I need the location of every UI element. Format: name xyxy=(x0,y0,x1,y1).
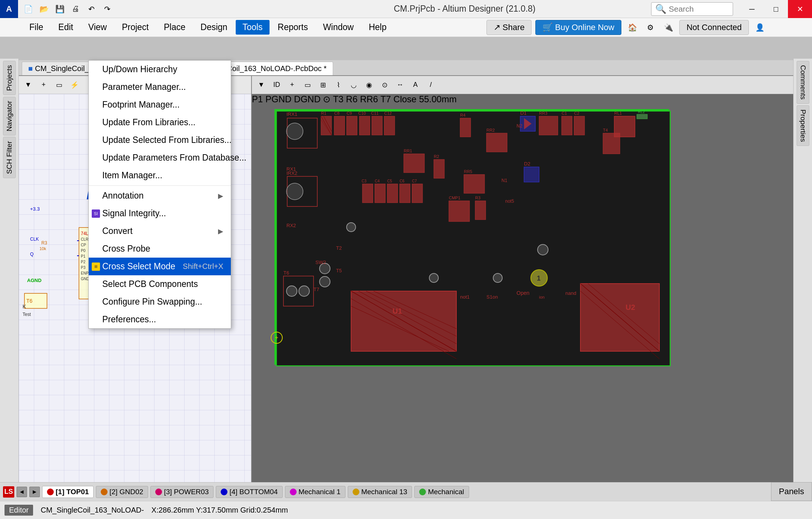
pcb-canvas[interactable]: IRX1 R1 C8 C9 xyxy=(252,94,793,482)
menu-item-footprint-mgr[interactable]: Footprint Manager... xyxy=(89,96,231,114)
pcb-id-btn[interactable]: ID xyxy=(270,78,284,92)
svg-point-79 xyxy=(286,123,303,140)
svg-text:C7: C7 xyxy=(412,179,417,183)
menu-separator-1 xyxy=(89,185,231,186)
home-icon[interactable]: 🏠 xyxy=(625,20,639,35)
panels-button[interactable]: Panels xyxy=(771,482,812,501)
menu-item-update-params[interactable]: Update Parameters From Database... xyxy=(89,149,231,167)
panel-properties[interactable]: Properties xyxy=(797,105,809,146)
menu-project[interactable]: Project xyxy=(115,20,156,35)
menu-item-preferences[interactable]: Preferences... xyxy=(89,311,231,328)
svg-rect-113 xyxy=(603,133,620,154)
menu-item-cross-select[interactable]: ⊞ Cross Select Mode Shift+Ctrl+X xyxy=(89,258,231,275)
menu-item-update-libs[interactable]: Update From Libraries... xyxy=(89,114,231,131)
svg-point-147 xyxy=(320,276,330,287)
undo-icon[interactable]: ↶ xyxy=(84,2,98,16)
maximize-button[interactable]: □ xyxy=(764,0,788,18)
open-icon[interactable]: 📂 xyxy=(37,2,51,16)
layer-tab-power03[interactable]: [3] POWER03 xyxy=(150,486,214,498)
svg-text:CLK: CLK xyxy=(30,237,39,242)
svg-text:ion: ion xyxy=(539,295,545,299)
network-icon[interactable]: 🔌 xyxy=(661,20,676,35)
pcb-filter-btn[interactable]: ▼ xyxy=(254,78,268,92)
layer-tab-mech13[interactable]: Mechanical 13 xyxy=(348,486,412,498)
svg-text:R3: R3 xyxy=(475,196,480,200)
menu-design[interactable]: Design xyxy=(194,20,234,35)
menu-reports[interactable]: Reports xyxy=(271,20,315,35)
svg-point-151 xyxy=(286,286,297,296)
pcb-dim-btn[interactable]: ↔ xyxy=(393,78,407,92)
redo-icon[interactable]: ↷ xyxy=(100,2,114,16)
svg-rect-140 xyxy=(387,184,398,203)
svg-rect-92 xyxy=(372,116,382,135)
pcb-comp-btn[interactable]: ⊞ xyxy=(316,78,330,92)
svg-text:N1: N1 xyxy=(501,178,508,183)
menu-window[interactable]: Window xyxy=(316,20,361,35)
svg-rect-90 xyxy=(359,116,370,135)
search-input[interactable] xyxy=(669,5,729,14)
pcb-add-btn[interactable]: + xyxy=(285,78,299,92)
sch-rect-btn[interactable]: ▭ xyxy=(52,78,66,92)
menu-place[interactable]: Place xyxy=(157,20,192,35)
pcb-toolbar: ▼ ID + ▭ ⊞ ⌇ ◡ ◉ ⊙ ↔ A / xyxy=(252,76,793,94)
menu-item-select-pcb[interactable]: Select PCB Components xyxy=(89,275,231,293)
menu-view[interactable]: View xyxy=(82,20,114,35)
search-box[interactable]: 🔍 xyxy=(651,2,733,16)
menu-edit[interactable]: Edit xyxy=(52,20,80,35)
doc-name: CM_SingleCoil_163_NoLOAD- xyxy=(41,506,144,514)
layer-nav-right[interactable]: ► xyxy=(29,487,40,497)
menu-file[interactable]: File xyxy=(23,20,50,35)
not-connected-button[interactable]: Not Connected xyxy=(679,20,749,35)
sch-filter-btn[interactable]: ▼ xyxy=(21,78,35,92)
menu-item-pin-swap[interactable]: Configure Pin Swapping... xyxy=(89,293,231,311)
menu-item-update-sel-libs[interactable]: Update Selected From Libraries... xyxy=(89,131,231,149)
svg-text:C1: C1 xyxy=(562,111,567,115)
svg-rect-86 xyxy=(334,116,345,135)
panel-sch-filter[interactable]: SCH Filter xyxy=(3,137,16,178)
pcb-via-btn[interactable]: ⊙ xyxy=(377,78,392,92)
share-button[interactable]: ↗ Share xyxy=(486,20,532,35)
layer-tab-top01[interactable]: [1] TOP01 xyxy=(42,486,94,498)
pcb-line-btn[interactable]: / xyxy=(424,78,438,92)
pcb-route-btn[interactable]: ⌇ xyxy=(331,78,345,92)
menu-item-item-mgr[interactable]: Item Manager... xyxy=(89,167,231,184)
svg-rect-115 xyxy=(460,118,471,137)
menu-item-cross-probe[interactable]: Cross Probe xyxy=(89,240,231,258)
layer-tab-bottom04[interactable]: [4] BOTTOM04 xyxy=(216,486,282,498)
svg-text:not5: not5 xyxy=(505,199,514,204)
sch-add-btn[interactable]: + xyxy=(36,78,51,92)
menu-item-updown[interactable]: Up/Down Hierarchy xyxy=(89,61,231,78)
buy-online-button[interactable]: 🛒 Buy Online Now xyxy=(535,20,621,35)
menu-help[interactable]: Help xyxy=(362,20,393,35)
new-icon[interactable]: 📄 xyxy=(21,2,35,16)
menu-bar: File Edit View Project Place Design Tool… xyxy=(0,18,812,37)
menu-item-annotation[interactable]: Annotation ▶ xyxy=(89,187,231,205)
layer-tab-mech[interactable]: Mechanical xyxy=(414,486,469,498)
pcb-rect-btn[interactable]: ▭ xyxy=(300,78,315,92)
menu-item-signal-integrity[interactable]: SI Signal Integrity... xyxy=(89,205,231,222)
menu-item-param-mgr[interactable]: Parameter Manager... xyxy=(89,78,231,96)
panel-navigator[interactable]: Navigator xyxy=(3,97,16,135)
layer-nav-left[interactable]: ◄ xyxy=(17,487,27,497)
panel-comments[interactable]: Comments xyxy=(797,61,809,104)
svg-rect-134 xyxy=(464,175,485,193)
pcb-text-btn[interactable]: A xyxy=(408,78,423,92)
settings-icon[interactable]: ⚙ xyxy=(643,20,657,35)
panel-projects[interactable]: Projects xyxy=(3,61,16,95)
layer-tab-gnd02[interactable]: [2] GND02 xyxy=(96,486,148,498)
pcb-pad-btn[interactable]: ◉ xyxy=(362,78,376,92)
sch-wire-btn[interactable]: ⚡ xyxy=(67,78,82,92)
svg-text:Open: Open xyxy=(517,290,529,296)
menu-item-convert[interactable]: Convert ▶ xyxy=(89,222,231,240)
layer-tab-mech1[interactable]: Mechanical 1 xyxy=(285,486,345,498)
minimize-button[interactable]: ─ xyxy=(740,0,764,18)
svg-text:C4: C4 xyxy=(375,179,380,183)
save-icon[interactable]: 💾 xyxy=(53,2,67,16)
user-icon[interactable]: 👤 xyxy=(753,20,767,35)
print-icon[interactable]: 🖨 xyxy=(68,2,83,16)
pcb-arc-btn[interactable]: ◡ xyxy=(347,78,361,92)
menu-tools[interactable]: Tools xyxy=(236,20,270,35)
svg-text:RR2: RR2 xyxy=(486,128,495,132)
close-button[interactable]: ✕ xyxy=(788,0,812,18)
layer-color-top01 xyxy=(47,489,54,495)
